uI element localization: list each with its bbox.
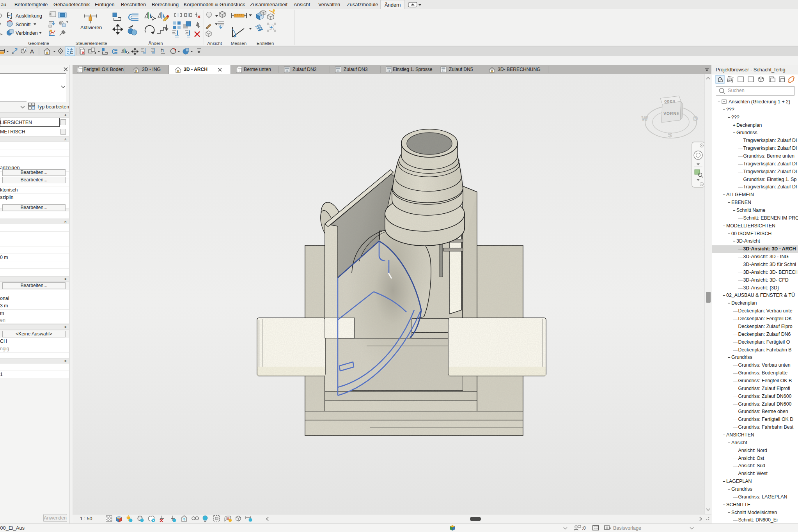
svg-text:O: O <box>693 115 698 122</box>
svg-text:Schnitt: Schnitt <box>16 22 31 27</box>
svg-text:W: W <box>642 115 648 122</box>
svg-text:Verbinden: Verbinden <box>16 30 38 36</box>
svg-text:Ausklinkung: Ausklinkung <box>16 13 42 19</box>
svg-text:Aktivieren: Aktivieren <box>80 25 102 30</box>
svg-text:OBEN: OBEN <box>664 99 676 103</box>
svg-text:A: A <box>30 48 34 55</box>
svg-text:VORNE: VORNE <box>663 111 679 116</box>
svg-text:1: 1 <box>25 48 26 51</box>
svg-text:S: S <box>668 131 672 139</box>
